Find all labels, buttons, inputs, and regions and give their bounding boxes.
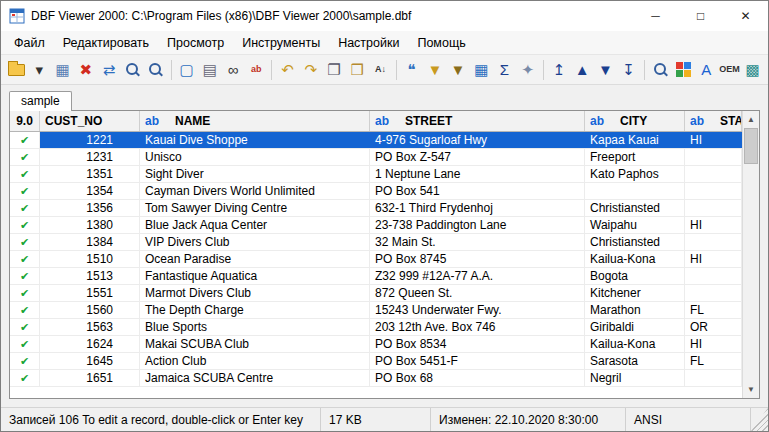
filter-button[interactable]: ▼ (424, 58, 446, 82)
cell-name[interactable]: Action Club (140, 353, 370, 369)
cell-street[interactable]: 23-738 Paddington Lane (370, 217, 585, 233)
cell-state[interactable]: FL (685, 353, 742, 369)
cell-cust_no[interactable]: 1624 (40, 336, 140, 352)
cell-name[interactable]: Blue Jack Aqua Center (140, 217, 370, 233)
minimize-button[interactable]: ─ (633, 1, 678, 31)
menu-item-options[interactable]: Настройки (329, 33, 408, 53)
cell-state[interactable]: HI (685, 217, 742, 233)
menu-item-help[interactable]: Помощь (408, 33, 474, 53)
cell-city[interactable]: Marathon (585, 302, 685, 318)
find-button[interactable]: ∞ (222, 58, 244, 82)
table-row[interactable]: ✔1510Ocean ParadisePO Box 8745Kailua-Kon… (10, 251, 742, 268)
cell-cust_no[interactable]: 1356 (40, 200, 140, 216)
cell-cust_no[interactable]: 1384 (40, 234, 140, 250)
tab-sample[interactable]: sample (9, 91, 72, 111)
cell-state[interactable] (685, 234, 742, 250)
cell-street[interactable]: 203 12th Ave. Box 746 (370, 319, 585, 335)
table-row[interactable]: ✔1563Blue Sports203 12th Ave. Box 746Gir… (10, 319, 742, 336)
close-button[interactable]: ✕ (723, 1, 768, 31)
cell-city[interactable]: Kitchener (585, 285, 685, 301)
cell-city[interactable]: Kato Paphos (585, 166, 685, 182)
first-record-button[interactable]: ↥ (548, 58, 570, 82)
cell-street[interactable]: 1 Neptune Lane (370, 166, 585, 182)
grid-view-button[interactable]: ▦ (470, 58, 492, 82)
cell-name[interactable]: VIP Divers Club (140, 234, 370, 250)
scrollbar-thumb[interactable] (744, 128, 758, 164)
prev-record-button[interactable]: ▲ (571, 58, 593, 82)
table-row[interactable]: ✔1651Jamaica SCUBA CentrePO Box 68Negril (10, 370, 742, 387)
replace-button[interactable]: ab (245, 58, 267, 82)
table-row[interactable]: ✔1380Blue Jack Aqua Center23-738 Padding… (10, 217, 742, 234)
form-view-button[interactable]: ▢ (176, 58, 198, 82)
column-header-street[interactable]: abSTREET (370, 111, 585, 131)
table-row[interactable]: ✔1384VIP Divers Club32 Main St.Christian… (10, 234, 742, 251)
advanced-filter-button[interactable]: ▼ (447, 58, 469, 82)
cell-state[interactable] (685, 166, 742, 182)
cell-city[interactable]: Freeport (585, 149, 685, 165)
table-row[interactable]: ✔1645Action ClubPO Box 5451-FSarasotaFL (10, 353, 742, 370)
scroll-down-icon[interactable]: ▼ (743, 381, 759, 398)
maximize-button[interactable]: □ (678, 1, 723, 31)
table-row[interactable]: ✔1624Makai SCUBA ClubPO Box 8534Kailua-K… (10, 336, 742, 353)
cell-street[interactable]: PO Box 5451-F (370, 353, 585, 369)
cell-cust_no[interactable]: 1510 (40, 251, 140, 267)
menu-item-view[interactable]: Просмотр (158, 33, 233, 53)
column-header-cust_no[interactable]: CUST_NO (40, 111, 140, 131)
cell-cust_no[interactable]: 1354 (40, 183, 140, 199)
cell-city[interactable]: Kapaa Kauai (585, 132, 685, 148)
cell-name[interactable]: Kauai Dive Shoppe (140, 132, 370, 148)
print-button[interactable]: ▤ (199, 58, 221, 82)
cell-name[interactable]: Fantastique Aquatica (140, 268, 370, 284)
menu-item-edit[interactable]: Редактировать (54, 33, 158, 53)
oem-button[interactable]: OEM (718, 58, 740, 82)
cell-state[interactable]: HI (685, 251, 742, 267)
cell-name[interactable]: The Depth Charge (140, 302, 370, 318)
zoom-button[interactable] (144, 58, 166, 82)
cell-cust_no[interactable]: 1513 (40, 268, 140, 284)
cell-name[interactable]: Marmot Divers Club (140, 285, 370, 301)
vertical-scrollbar[interactable]: ▲ ▼ (742, 111, 759, 398)
cell-cust_no[interactable]: 1563 (40, 319, 140, 335)
cell-city[interactable]: Kailua-Kona (585, 336, 685, 352)
next-record-button[interactable]: ▼ (594, 58, 616, 82)
cell-city[interactable]: Giribaldi (585, 319, 685, 335)
cell-cust_no[interactable]: 1380 (40, 217, 140, 233)
cell-city[interactable]: Kailua-Kona (585, 251, 685, 267)
cell-street[interactable]: Z32 999 #12A-77 A.A. (370, 268, 585, 284)
table-row[interactable]: ✔1231UniscoPO Box Z-547Freeport (10, 149, 742, 166)
column-header-state[interactable]: abSTATE (685, 111, 742, 131)
cell-state[interactable] (685, 370, 742, 386)
column-header-name[interactable]: abNAME (140, 111, 370, 131)
search-file-button[interactable] (121, 58, 143, 82)
version-header-cell[interactable]: 9.0 (10, 111, 40, 131)
cell-state[interactable] (685, 268, 742, 284)
cell-city[interactable]: Sarasota (585, 353, 685, 369)
menu-item-file[interactable]: Файл (5, 33, 54, 53)
cell-name[interactable]: Cayman Divers World Unlimited (140, 183, 370, 199)
cell-street[interactable]: 32 Main St. (370, 234, 585, 250)
cell-street[interactable]: PO Box 8534 (370, 336, 585, 352)
font-button[interactable]: A (695, 58, 717, 82)
cell-street[interactable]: 4-976 Sugarloaf Hwy (370, 132, 585, 148)
cell-cust_no[interactable]: 1551 (40, 285, 140, 301)
scroll-up-icon[interactable]: ▲ (743, 111, 759, 128)
cell-name[interactable]: Ocean Paradise (140, 251, 370, 267)
cell-cust_no[interactable]: 1560 (40, 302, 140, 318)
settings-button[interactable]: ▩ (742, 58, 764, 82)
comment-button[interactable]: ❝ (401, 58, 423, 82)
open-file-button[interactable] (5, 58, 27, 82)
cell-city[interactable]: Waipahu (585, 217, 685, 233)
cell-state[interactable] (685, 200, 742, 216)
sort-button[interactable]: A↓ (369, 58, 391, 82)
menu-item-tools[interactable]: Инструменты (233, 33, 329, 53)
cell-cust_no[interactable]: 1221 (40, 132, 140, 148)
goto-record-button[interactable] (649, 58, 671, 82)
redo-button[interactable]: ↷ (300, 58, 322, 82)
resize-grip[interactable] (751, 408, 768, 431)
cell-state[interactable]: FL (685, 302, 742, 318)
cell-state[interactable]: HI (685, 336, 742, 352)
table-row[interactable]: ✔1351Sight Diver1 Neptune LaneKato Papho… (10, 166, 742, 183)
table-row[interactable]: ✔1513Fantastique AquaticaZ32 999 #12A-77… (10, 268, 742, 285)
delete-record-button[interactable]: ✖ (75, 58, 97, 82)
scrollbar-track[interactable] (743, 128, 759, 381)
